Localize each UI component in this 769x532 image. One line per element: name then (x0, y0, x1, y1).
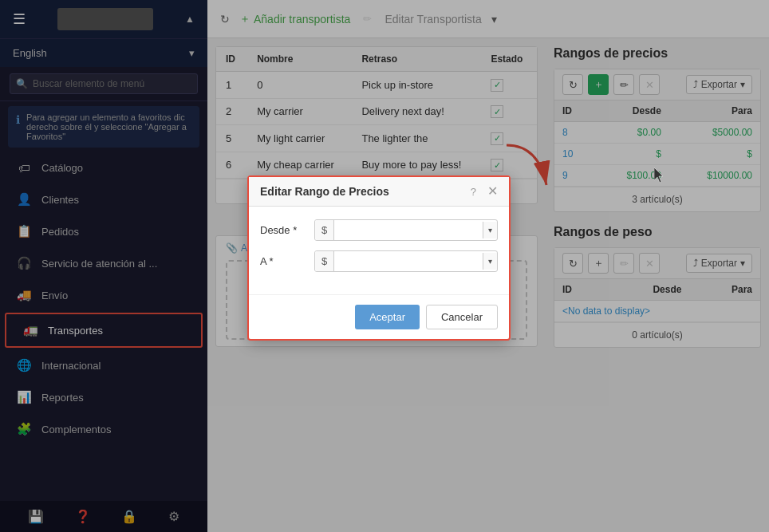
to-currency-symbol: $ (315, 251, 334, 271)
to-field-row: A * $ ▾ (260, 250, 498, 272)
to-input[interactable] (334, 251, 483, 271)
cancel-button[interactable]: Cancelar (426, 305, 498, 329)
from-field-row: Desde * $ ▾ (260, 219, 498, 241)
to-label: A * (260, 255, 308, 267)
from-currency-symbol: $ (315, 220, 334, 240)
from-input[interactable] (334, 220, 483, 240)
modal-body: Desde * $ ▾ A * $ ▾ (249, 207, 509, 294)
modal-help-icon[interactable]: ? (471, 186, 476, 198)
modal-header: Editar Rango de Precios ? ✕ (249, 177, 509, 207)
from-dropdown-icon[interactable]: ▾ (483, 222, 497, 238)
from-label: Desde * (260, 224, 308, 236)
from-input-wrap: $ ▾ (314, 219, 498, 241)
edit-price-range-modal: Editar Rango de Precios ? ✕ Desde * $ ▾ … (247, 175, 511, 341)
modal-footer: Aceptar Cancelar (249, 294, 509, 339)
modal-close-button[interactable]: ✕ (487, 185, 498, 198)
to-input-wrap: $ ▾ (314, 250, 498, 272)
accept-button[interactable]: Aceptar (355, 305, 420, 329)
to-dropdown-icon[interactable]: ▾ (483, 253, 497, 270)
modal-overlay: Editar Rango de Precios ? ✕ Desde * $ ▾ … (0, 0, 769, 532)
modal-title: Editar Rango de Precios (260, 185, 389, 198)
